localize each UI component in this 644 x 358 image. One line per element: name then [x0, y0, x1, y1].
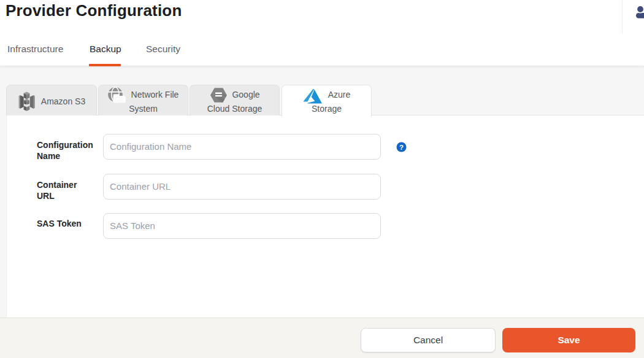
svg-text:?: ? — [399, 144, 404, 151]
